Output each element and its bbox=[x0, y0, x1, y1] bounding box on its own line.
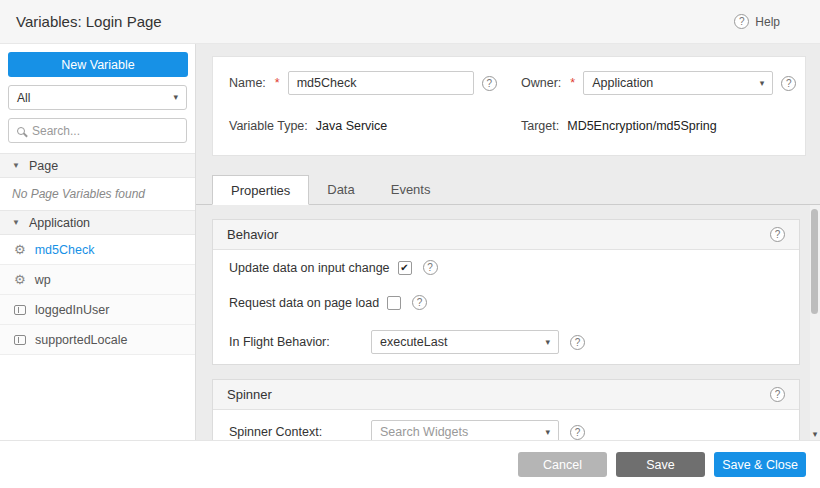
request-data-label: Request data on page load bbox=[229, 296, 379, 310]
name-help-icon[interactable]: ? bbox=[482, 76, 497, 91]
variable-item-label: supportedLocale bbox=[35, 333, 127, 347]
tree-section-page-label: Page bbox=[29, 159, 58, 173]
update-data-checkbox[interactable]: ✔ bbox=[398, 261, 412, 275]
required-mark: * bbox=[275, 76, 280, 90]
gear-icon: ⚙ bbox=[14, 273, 26, 286]
tree-section-application-label: Application bbox=[29, 216, 90, 230]
tab-events[interactable]: Events bbox=[373, 174, 449, 204]
target-value: MD5Encryption/md5Spring bbox=[567, 119, 716, 133]
panel-title: Behavior bbox=[227, 227, 278, 242]
main-content: Name:* ? Owner:* Application ▾ ? Variabl… bbox=[196, 44, 820, 440]
help-label: Help bbox=[755, 15, 780, 29]
search-input[interactable] bbox=[32, 124, 178, 138]
required-mark: * bbox=[570, 76, 575, 90]
owner-select[interactable]: Application ▾ bbox=[583, 71, 773, 95]
tree-section-page[interactable]: ▼ Page bbox=[0, 153, 195, 178]
sidebar: New Variable All ▾ ▼ Page No Page Variab… bbox=[0, 44, 196, 440]
spinner-context-placeholder: Search Widgets bbox=[380, 425, 468, 439]
in-flight-row: In Flight Behavior: executeLast ▾ ? bbox=[213, 320, 799, 364]
new-variable-button[interactable]: New Variable bbox=[8, 52, 188, 77]
request-data-help-icon[interactable]: ? bbox=[412, 295, 427, 310]
help-icon: ? bbox=[734, 14, 749, 29]
filter-selected-value: All bbox=[17, 91, 30, 105]
variable-form-panel: Name:* ? Owner:* Application ▾ ? Variabl… bbox=[212, 56, 806, 156]
spinner-context-select[interactable]: Search Widgets ▾ bbox=[371, 420, 559, 440]
tab-properties[interactable]: Properties bbox=[212, 175, 309, 205]
owner-selected-value: Application bbox=[592, 76, 653, 90]
chevron-expanded-icon: ▼ bbox=[12, 219, 20, 227]
update-data-row: Update data on input change ✔ ? bbox=[213, 250, 799, 285]
properties-scroll-area: Behavior ? Update data on input change ✔… bbox=[196, 205, 810, 440]
behavior-panel: Behavior ? Update data on input change ✔… bbox=[212, 219, 800, 365]
sidebar-item-loggedinuser[interactable]: loggedInUser bbox=[0, 295, 195, 325]
search-box[interactable] bbox=[8, 118, 187, 143]
save-button[interactable]: Save bbox=[616, 452, 705, 477]
vertical-scrollbar[interactable]: ▾ bbox=[810, 205, 820, 440]
scroll-down-icon[interactable]: ▾ bbox=[810, 429, 820, 439]
gear-icon: ⚙ bbox=[14, 243, 26, 256]
spinner-panel-header: Spinner ? bbox=[213, 380, 799, 410]
cancel-button[interactable]: Cancel bbox=[518, 452, 607, 477]
spinner-context-label: Spinner Context: bbox=[229, 425, 371, 439]
sidebar-item-wp[interactable]: ⚙ wp bbox=[0, 265, 195, 295]
variables-dialog: Variables: Login Page ? Help New Variabl… bbox=[0, 0, 820, 488]
variable-item-label: md5Check bbox=[35, 243, 95, 257]
variable-type-label: Variable Type: bbox=[229, 119, 308, 133]
request-data-row: Request data on page load ? bbox=[213, 285, 799, 320]
tree-section-application[interactable]: ▼ Application bbox=[0, 210, 195, 235]
spinner-panel: Spinner ? Spinner Context: Search Widget… bbox=[212, 379, 800, 440]
model-variable-icon bbox=[14, 305, 26, 315]
name-input[interactable] bbox=[288, 71, 474, 95]
help-link[interactable]: ? Help bbox=[734, 14, 804, 29]
tab-bar: Properties Data Events bbox=[196, 174, 820, 205]
variable-filter-select[interactable]: All ▾ bbox=[8, 85, 187, 110]
sidebar-item-supportedlocale[interactable]: supportedLocale bbox=[0, 325, 195, 355]
search-icon bbox=[17, 127, 25, 135]
spinner-help-icon[interactable]: ? bbox=[770, 387, 785, 402]
behavior-help-icon[interactable]: ? bbox=[770, 227, 785, 242]
owner-label: Owner: bbox=[521, 76, 561, 90]
page-title: Variables: Login Page bbox=[16, 13, 162, 30]
page-empty-message: No Page Variables found bbox=[0, 178, 195, 210]
chevron-down-icon: ▾ bbox=[760, 79, 765, 88]
chevron-expanded-icon: ▼ bbox=[12, 162, 20, 170]
variable-item-label: loggedInUser bbox=[35, 303, 109, 317]
chevron-down-icon: ▾ bbox=[173, 93, 178, 102]
request-data-checkbox[interactable] bbox=[387, 296, 401, 310]
save-close-button[interactable]: Save & Close bbox=[714, 452, 806, 477]
owner-help-icon[interactable]: ? bbox=[781, 76, 796, 91]
in-flight-behavior-select[interactable]: executeLast ▾ bbox=[371, 330, 559, 354]
update-data-label: Update data on input change bbox=[229, 261, 390, 275]
in-flight-selected-value: executeLast bbox=[380, 335, 447, 349]
spinner-context-help-icon[interactable]: ? bbox=[570, 425, 585, 440]
variable-item-label: wp bbox=[35, 273, 51, 287]
name-label: Name: bbox=[229, 76, 266, 90]
update-data-help-icon[interactable]: ? bbox=[423, 260, 438, 275]
header: Variables: Login Page ? Help bbox=[0, 0, 820, 44]
check-icon: ✔ bbox=[400, 262, 408, 273]
footer-actions: Cancel Save Save & Close bbox=[0, 440, 820, 488]
panel-title: Spinner bbox=[227, 387, 272, 402]
behavior-panel-header: Behavior ? bbox=[213, 220, 799, 250]
in-flight-help-icon[interactable]: ? bbox=[570, 335, 585, 350]
tab-data[interactable]: Data bbox=[309, 174, 372, 204]
chevron-down-icon: ▾ bbox=[545, 338, 550, 347]
scrollbar-thumb[interactable] bbox=[811, 209, 818, 314]
variable-type-value: Java Service bbox=[316, 119, 388, 133]
sidebar-item-md5check[interactable]: ⚙ md5Check bbox=[0, 235, 195, 265]
spinner-context-row: Spinner Context: Search Widgets ▾ ? bbox=[213, 410, 799, 440]
chevron-down-icon: ▾ bbox=[545, 428, 550, 437]
in-flight-label: In Flight Behavior: bbox=[229, 335, 371, 349]
target-label: Target: bbox=[521, 119, 559, 133]
model-variable-icon bbox=[14, 335, 26, 345]
